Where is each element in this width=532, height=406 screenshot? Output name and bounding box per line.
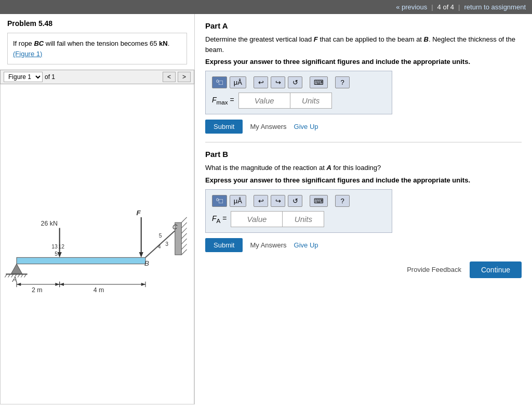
figure-svg: A B 26 kN F [1, 84, 194, 404]
part-b-redo-button[interactable]: ↪ [271, 195, 285, 207]
load-arrow-head [58, 252, 62, 257]
part-b-give-up-link[interactable]: Give Up [294, 241, 318, 249]
part-a-instruction: Express your answer to three significant… [205, 58, 522, 66]
label-b: B [144, 259, 149, 267]
part-b-input-label: FA = [212, 214, 227, 224]
part-b-input-row: FA = [212, 211, 385, 227]
svg-line-8 [181, 222, 187, 228]
part-a-mu-button[interactable]: μÅ [230, 76, 246, 88]
right-panel: Part A Determine the greatest vertical l… [195, 14, 532, 404]
label-c: C [172, 223, 178, 231]
main-layout: Problem 5.48 If rope BC will fail when t… [0, 14, 532, 404]
part-b-reset-button[interactable]: ↺ [288, 195, 302, 207]
rope-bc-text: BC [34, 40, 44, 47]
return-to-assignment-link[interactable]: return to assignment [464, 3, 526, 11]
figure-of-label: of 1 [45, 73, 55, 81]
position-indicator: 4 of 4 [437, 3, 455, 11]
svg-line-10 [181, 233, 187, 239]
part-b-title: Part B [205, 150, 522, 159]
svg-line-11 [181, 239, 187, 244]
part-b-description: What is the magnitude of the reaction at… [205, 163, 522, 173]
part-b-answer-box: ⁰□ μÅ ↩ ↪ ↺ ⌨ ? FA = [205, 189, 392, 233]
ratio-4: 4 [158, 244, 161, 250]
previous-link[interactable]: « previous [396, 3, 427, 11]
figure-canvas: A B 26 kN F [0, 84, 194, 404]
ratio-5b: 5 [55, 251, 58, 257]
of-label: of 4 [443, 3, 454, 11]
figure-prev-button[interactable]: < [163, 72, 176, 82]
dim-arrow-right3 [141, 283, 145, 286]
part-b-submit-row: Submit My Answers Give Up [205, 238, 522, 252]
part-b-my-answers-link[interactable]: My Answers [250, 241, 286, 249]
part-a-input-label: Fmax = [212, 96, 234, 106]
figure-select[interactable]: Figure 1 [4, 72, 43, 82]
part-a-submit-row: Submit My Answers Give Up [205, 120, 522, 134]
part-b-frac-button[interactable]: ⁰□ [212, 195, 227, 207]
part-a-keyboard-button[interactable]: ⌨ [310, 76, 328, 88]
divider [205, 142, 522, 142]
dim-arrow-right2 [60, 283, 64, 286]
dim-arrow-right1 [55, 283, 59, 286]
feedback-row: Provide Feedback Continue [205, 261, 522, 278]
ratio-5: 5 [159, 233, 162, 239]
part-a-value-input[interactable] [238, 93, 290, 109]
part-b-help-button[interactable]: ? [335, 195, 350, 207]
ratio-12: 12 [59, 244, 65, 250]
ratio-3: 3 [165, 241, 168, 247]
dim-arrow-left [17, 283, 21, 286]
figure-1-link[interactable]: (Figure 1) [13, 50, 42, 58]
kn-unit: kN [159, 40, 168, 47]
figure-next-button[interactable]: > [178, 72, 191, 82]
part-a-submit-button[interactable]: Submit [205, 120, 243, 134]
part-a-description: Determine the greatest vertical load F t… [205, 34, 522, 55]
part-b-submit-button[interactable]: Submit [205, 238, 243, 252]
separator-1: | [431, 3, 433, 11]
beam [17, 257, 145, 264]
pin-support-a [11, 264, 22, 274]
part-a-answer-box: ⁰□ μÅ ↩ ↪ ↺ ⌨ ? Fmax = [205, 71, 392, 114]
problem-description: If rope BC will fail when the tension be… [7, 33, 187, 64]
part-b-instruction: Express your answer to three significant… [205, 176, 522, 184]
part-a-frac-button[interactable]: ⁰□ [212, 76, 227, 88]
svg-line-9 [181, 228, 187, 233]
part-a-input-row: Fmax = [212, 93, 385, 109]
part-b-keyboard-button[interactable]: ⌨ [310, 195, 328, 207]
part-a-redo-button[interactable]: ↪ [271, 76, 285, 88]
svg-line-12 [181, 244, 187, 250]
top-navigation: « previous | 4 of 4 | return to assignme… [0, 0, 532, 14]
left-panel: Problem 5.48 If rope BC will fail when t… [0, 14, 195, 404]
part-a-help-button[interactable]: ? [335, 76, 350, 88]
part-b-units-input[interactable] [283, 211, 324, 227]
separator-2: | [458, 3, 460, 11]
part-b-mu-button[interactable]: μÅ [230, 195, 246, 207]
f-label: F [136, 209, 141, 217]
dim-4m-label: 4 m [94, 287, 104, 294]
part-a-units-input[interactable] [290, 93, 332, 109]
svg-line-7 [181, 217, 187, 222]
part-b-value-input[interactable] [231, 211, 283, 227]
problem-title: Problem 5.48 [0, 14, 194, 31]
load-26kn-label: 26 kN [41, 220, 58, 227]
part-a-undo-button[interactable]: ↩ [254, 76, 268, 88]
part-b-undo-button[interactable]: ↩ [254, 195, 268, 207]
part-a-toolbar: ⁰□ μÅ ↩ ↪ ↺ ⌨ ? [212, 76, 385, 88]
svg-line-13 [181, 250, 187, 255]
continue-button[interactable]: Continue [470, 261, 522, 278]
label-a: A [12, 276, 17, 283]
part-a-give-up-link[interactable]: Give Up [294, 123, 318, 130]
f-arrow-head [139, 252, 143, 257]
part-b-toolbar: ⁰□ μÅ ↩ ↪ ↺ ⌨ ? [212, 195, 385, 207]
provide-feedback-link[interactable]: Provide Feedback [407, 266, 461, 273]
ratio-13: 13 [51, 244, 58, 250]
figure-controls: Figure 1 of 1 < > [0, 70, 194, 84]
dim-2m-label: 2 m [32, 287, 43, 294]
part-a-reset-button[interactable]: ↺ [288, 76, 302, 88]
part-a-title: Part A [205, 21, 522, 30]
part-a-my-answers-link[interactable]: My Answers [250, 123, 286, 130]
